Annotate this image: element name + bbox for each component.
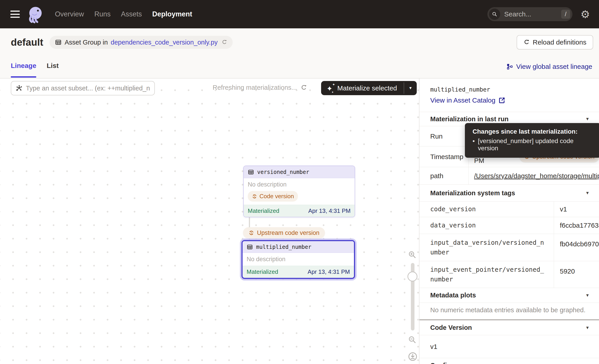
refresh-materializations-icon[interactable]	[300, 84, 307, 91]
code-version-icon	[252, 194, 257, 199]
tag-row-input-event-pointer: input_event_pointer/versioned_number 592…	[419, 261, 599, 288]
tag-key: input_event_pointer/versioned_number	[419, 261, 554, 288]
section-config: Config	[419, 358, 599, 364]
page-header: default Asset Group in dependencies_code…	[0, 28, 599, 78]
timestamp-label: Timestamp	[419, 147, 469, 167]
search-shortcut-badge: /	[561, 10, 570, 19]
asset-node-versioned-number[interactable]: versioned_number No description Code ver…	[243, 165, 355, 217]
code-version-icon	[248, 230, 254, 236]
materialize-selected-button[interactable]: ✦ ✦ ✦ Materialize selected ▼	[321, 81, 417, 95]
tag-row-data-version: data_version f6ccba177638	[419, 217, 599, 234]
materialized-timestamp[interactable]: Apr 13, 4:31 PM	[308, 269, 350, 275]
reload-definitions-button[interactable]: Reload definitions	[517, 35, 593, 50]
asset-subset-filter[interactable]	[11, 81, 155, 95]
asset-node-name: multiplied_number	[256, 244, 311, 250]
view-in-asset-catalog-label: View in Asset Catalog	[430, 96, 495, 104]
code-version-value: v1	[419, 335, 599, 358]
run-label: Run	[419, 126, 469, 146]
lineage-graph-icon	[506, 63, 513, 70]
search-input[interactable]	[504, 10, 561, 18]
section-materialization-system-tags: Materialization system tags ▼	[419, 184, 599, 201]
nav-item-overview[interactable]: Overview	[55, 10, 84, 18]
tag-row-code-version: code_version v1	[419, 201, 599, 217]
tag-key: data_version	[419, 217, 554, 234]
panel-asset-title: multiplied_number	[430, 86, 599, 93]
tag-key: input_data_version/versioned_number	[419, 234, 554, 261]
nav-links: Overview Runs Assets Deployment	[55, 10, 192, 18]
view-in-asset-catalog-link[interactable]: View in Asset Catalog	[430, 96, 599, 104]
asset-details-panel: multiplied_number View in Asset Catalog …	[419, 78, 599, 364]
refreshing-status: Refreshing materializations...	[213, 84, 307, 91]
hamburger-menu-icon[interactable]	[10, 11, 20, 18]
table-icon	[247, 244, 253, 250]
asset-node-multiplied-number[interactable]: multiplied_number No description Materia…	[241, 240, 355, 279]
asset-group-prefix: Asset Group in	[65, 39, 108, 46]
path-link[interactable]: /Users/sryza/dagster_home/storage/multip	[474, 172, 599, 180]
asset-group-reload-icon[interactable]	[221, 39, 227, 45]
asset-lineage-canvas[interactable]: Refreshing materializations... ✦ ✦ ✦ Mat…	[0, 78, 419, 364]
asset-group-file-link[interactable]: dependencies_code_version_only.py	[111, 39, 218, 46]
tag-value: v1	[554, 202, 599, 217]
table-icon	[248, 169, 254, 175]
tab-list[interactable]: List	[47, 62, 59, 78]
top-nav: Overview Runs Assets Deployment / ⚙	[0, 0, 599, 28]
metadata-plots-empty-text: No numeric metadata entries available to…	[419, 303, 599, 319]
dagster-logo[interactable]	[26, 5, 44, 24]
nav-item-deployment[interactable]: Deployment	[152, 10, 192, 18]
nav-item-runs[interactable]: Runs	[94, 10, 110, 18]
view-global-asset-lineage-link[interactable]: View global asset lineage	[506, 63, 592, 70]
chevron-down-icon[interactable]: ▼	[585, 117, 590, 121]
upstream-code-version-badge: Upstream code version	[243, 227, 325, 238]
tag-key: code_version	[419, 202, 554, 217]
asset-group-pill: Asset Group in dependencies_code_version…	[50, 36, 233, 49]
zoom-slider-knob[interactable]	[407, 271, 417, 281]
chevron-down-icon[interactable]: ▼	[585, 293, 590, 298]
refresh-icon	[523, 39, 530, 45]
asset-selector-icon	[15, 85, 23, 92]
section-code-version: Code Version ▼	[419, 320, 599, 335]
zoom-in-icon[interactable]	[408, 250, 416, 259]
row-path: path /Users/sryza/dagster_home/storage/m…	[419, 167, 599, 184]
asset-subset-input[interactable]	[26, 85, 150, 92]
tooltip-title: Changes since last materialization:	[473, 128, 593, 135]
nav-item-assets[interactable]: Assets	[121, 10, 142, 18]
asset-group-table-icon	[55, 39, 62, 46]
tab-lineage[interactable]: Lineage	[11, 62, 36, 78]
section-metadata-plots: Metadata plots ▼	[419, 288, 599, 303]
materialize-dropdown-caret[interactable]: ▼	[404, 81, 417, 95]
tooltip-item: [versioned_number] updated code version	[478, 138, 593, 152]
external-link-icon	[498, 97, 505, 104]
refreshing-label: Refreshing materializations...	[213, 84, 297, 91]
materialized-status: Materialized	[248, 208, 279, 214]
search-box[interactable]: /	[487, 7, 573, 21]
sparkle-icon: ✦ ✦ ✦	[326, 84, 334, 93]
chevron-down-icon[interactable]: ▼	[585, 325, 590, 330]
tag-row-input-data-version: input_data_version/versioned_number fb04…	[419, 234, 599, 261]
code-version-badge: Code version	[248, 191, 298, 202]
view-global-asset-lineage-label: View global asset lineage	[516, 63, 592, 70]
changes-tooltip: Changes since last materialization: • [v…	[465, 123, 599, 158]
asset-node-name: versioned_number	[257, 169, 309, 175]
asset-node-description: No description	[248, 181, 351, 188]
asset-node-description: No description	[247, 256, 350, 263]
chevron-down-icon[interactable]: ▼	[585, 191, 590, 196]
materialized-timestamp[interactable]: Apr 13, 4:31 PM	[308, 208, 351, 214]
zoom-out-icon[interactable]	[408, 335, 416, 344]
search-icon	[489, 9, 500, 20]
page-title: default	[11, 37, 43, 48]
path-label: path	[419, 167, 469, 184]
bullet-icon: •	[473, 138, 475, 152]
materialize-selected-label: Materialize selected	[337, 84, 397, 92]
tag-value: f6ccba177638	[554, 217, 599, 234]
tag-value: 5920	[554, 261, 599, 288]
materialized-status: Materialized	[247, 269, 278, 275]
download-graph-icon[interactable]	[408, 352, 418, 362]
view-tabs: Lineage List	[11, 62, 59, 78]
settings-gear-icon[interactable]: ⚙	[581, 9, 590, 20]
reload-definitions-label: Reload definitions	[533, 38, 587, 46]
tag-value: fb04dcb6970	[554, 234, 599, 261]
